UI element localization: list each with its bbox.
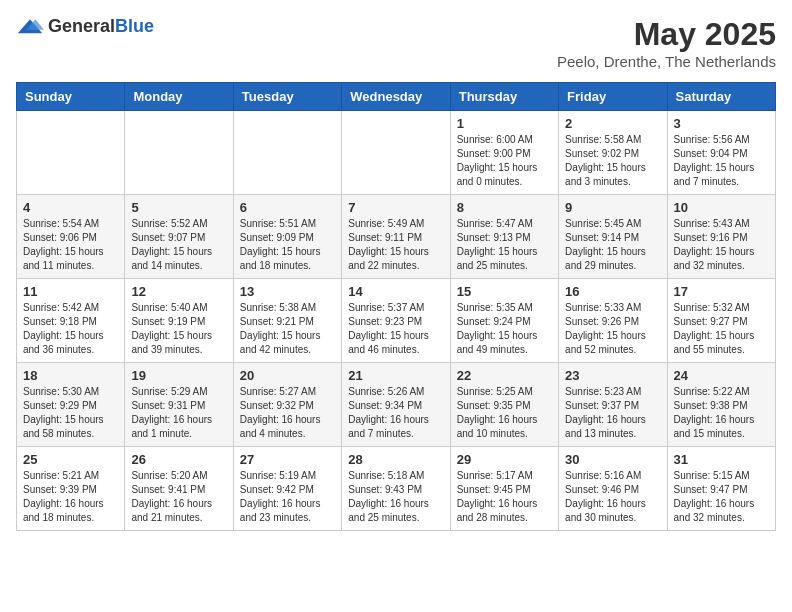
day-number: 29 [457,452,552,467]
week-row-1: 1Sunrise: 6:00 AM Sunset: 9:00 PM Daylig… [17,111,776,195]
day-info: Sunrise: 5:43 AM Sunset: 9:16 PM Dayligh… [674,217,769,273]
day-number: 30 [565,452,660,467]
calendar-cell: 1Sunrise: 6:00 AM Sunset: 9:00 PM Daylig… [450,111,558,195]
calendar-cell: 19Sunrise: 5:29 AM Sunset: 9:31 PM Dayli… [125,363,233,447]
calendar-cell [125,111,233,195]
day-info: Sunrise: 5:25 AM Sunset: 9:35 PM Dayligh… [457,385,552,441]
weekday-header-row: SundayMondayTuesdayWednesdayThursdayFrid… [17,83,776,111]
day-info: Sunrise: 5:54 AM Sunset: 9:06 PM Dayligh… [23,217,118,273]
weekday-header-saturday: Saturday [667,83,775,111]
calendar-cell: 23Sunrise: 5:23 AM Sunset: 9:37 PM Dayli… [559,363,667,447]
day-number: 14 [348,284,443,299]
calendar-cell: 15Sunrise: 5:35 AM Sunset: 9:24 PM Dayli… [450,279,558,363]
day-info: Sunrise: 5:33 AM Sunset: 9:26 PM Dayligh… [565,301,660,357]
day-info: Sunrise: 5:52 AM Sunset: 9:07 PM Dayligh… [131,217,226,273]
week-row-2: 4Sunrise: 5:54 AM Sunset: 9:06 PM Daylig… [17,195,776,279]
week-row-5: 25Sunrise: 5:21 AM Sunset: 9:39 PM Dayli… [17,447,776,531]
page-header: GeneralBlue May 2025 Peelo, Drenthe, The… [16,16,776,70]
day-number: 11 [23,284,118,299]
day-number: 4 [23,200,118,215]
calendar-cell: 20Sunrise: 5:27 AM Sunset: 9:32 PM Dayli… [233,363,341,447]
calendar-cell: 14Sunrise: 5:37 AM Sunset: 9:23 PM Dayli… [342,279,450,363]
calendar-cell: 11Sunrise: 5:42 AM Sunset: 9:18 PM Dayli… [17,279,125,363]
calendar-cell: 8Sunrise: 5:47 AM Sunset: 9:13 PM Daylig… [450,195,558,279]
day-info: Sunrise: 5:30 AM Sunset: 9:29 PM Dayligh… [23,385,118,441]
day-number: 31 [674,452,769,467]
calendar-cell: 31Sunrise: 5:15 AM Sunset: 9:47 PM Dayli… [667,447,775,531]
week-row-4: 18Sunrise: 5:30 AM Sunset: 9:29 PM Dayli… [17,363,776,447]
weekday-header-tuesday: Tuesday [233,83,341,111]
calendar-cell: 22Sunrise: 5:25 AM Sunset: 9:35 PM Dayli… [450,363,558,447]
title-block: May 2025 Peelo, Drenthe, The Netherlands [557,16,776,70]
calendar-cell: 13Sunrise: 5:38 AM Sunset: 9:21 PM Dayli… [233,279,341,363]
day-number: 12 [131,284,226,299]
calendar-cell: 10Sunrise: 5:43 AM Sunset: 9:16 PM Dayli… [667,195,775,279]
calendar-cell: 9Sunrise: 5:45 AM Sunset: 9:14 PM Daylig… [559,195,667,279]
day-info: Sunrise: 5:51 AM Sunset: 9:09 PM Dayligh… [240,217,335,273]
calendar-cell: 3Sunrise: 5:56 AM Sunset: 9:04 PM Daylig… [667,111,775,195]
weekday-header-sunday: Sunday [17,83,125,111]
day-number: 6 [240,200,335,215]
day-info: Sunrise: 5:45 AM Sunset: 9:14 PM Dayligh… [565,217,660,273]
calendar-cell: 25Sunrise: 5:21 AM Sunset: 9:39 PM Dayli… [17,447,125,531]
day-number: 24 [674,368,769,383]
day-info: Sunrise: 5:42 AM Sunset: 9:18 PM Dayligh… [23,301,118,357]
day-number: 21 [348,368,443,383]
logo-blue-text: Blue [115,16,154,36]
calendar-cell [233,111,341,195]
day-info: Sunrise: 5:47 AM Sunset: 9:13 PM Dayligh… [457,217,552,273]
calendar-cell: 7Sunrise: 5:49 AM Sunset: 9:11 PM Daylig… [342,195,450,279]
day-number: 19 [131,368,226,383]
day-number: 3 [674,116,769,131]
day-info: Sunrise: 5:37 AM Sunset: 9:23 PM Dayligh… [348,301,443,357]
day-info: Sunrise: 5:17 AM Sunset: 9:45 PM Dayligh… [457,469,552,525]
day-number: 8 [457,200,552,215]
day-info: Sunrise: 5:26 AM Sunset: 9:34 PM Dayligh… [348,385,443,441]
day-info: Sunrise: 5:49 AM Sunset: 9:11 PM Dayligh… [348,217,443,273]
day-number: 9 [565,200,660,215]
day-info: Sunrise: 5:18 AM Sunset: 9:43 PM Dayligh… [348,469,443,525]
calendar-table: SundayMondayTuesdayWednesdayThursdayFrid… [16,82,776,531]
calendar-cell: 12Sunrise: 5:40 AM Sunset: 9:19 PM Dayli… [125,279,233,363]
day-number: 20 [240,368,335,383]
day-info: Sunrise: 6:00 AM Sunset: 9:00 PM Dayligh… [457,133,552,189]
calendar-cell: 16Sunrise: 5:33 AM Sunset: 9:26 PM Dayli… [559,279,667,363]
day-number: 15 [457,284,552,299]
day-info: Sunrise: 5:35 AM Sunset: 9:24 PM Dayligh… [457,301,552,357]
calendar-cell: 24Sunrise: 5:22 AM Sunset: 9:38 PM Dayli… [667,363,775,447]
calendar-cell: 4Sunrise: 5:54 AM Sunset: 9:06 PM Daylig… [17,195,125,279]
logo: GeneralBlue [16,16,154,37]
logo-icon [16,17,44,37]
day-info: Sunrise: 5:38 AM Sunset: 9:21 PM Dayligh… [240,301,335,357]
day-info: Sunrise: 5:40 AM Sunset: 9:19 PM Dayligh… [131,301,226,357]
calendar-cell: 30Sunrise: 5:16 AM Sunset: 9:46 PM Dayli… [559,447,667,531]
day-number: 18 [23,368,118,383]
day-number: 2 [565,116,660,131]
calendar-cell: 28Sunrise: 5:18 AM Sunset: 9:43 PM Dayli… [342,447,450,531]
day-info: Sunrise: 5:16 AM Sunset: 9:46 PM Dayligh… [565,469,660,525]
day-number: 13 [240,284,335,299]
day-info: Sunrise: 5:56 AM Sunset: 9:04 PM Dayligh… [674,133,769,189]
calendar-cell: 17Sunrise: 5:32 AM Sunset: 9:27 PM Dayli… [667,279,775,363]
day-info: Sunrise: 5:58 AM Sunset: 9:02 PM Dayligh… [565,133,660,189]
weekday-header-friday: Friday [559,83,667,111]
month-title: May 2025 [557,16,776,53]
logo-general-text: General [48,16,115,36]
day-info: Sunrise: 5:22 AM Sunset: 9:38 PM Dayligh… [674,385,769,441]
day-info: Sunrise: 5:21 AM Sunset: 9:39 PM Dayligh… [23,469,118,525]
day-number: 1 [457,116,552,131]
day-info: Sunrise: 5:19 AM Sunset: 9:42 PM Dayligh… [240,469,335,525]
calendar-cell: 2Sunrise: 5:58 AM Sunset: 9:02 PM Daylig… [559,111,667,195]
calendar-cell: 27Sunrise: 5:19 AM Sunset: 9:42 PM Dayli… [233,447,341,531]
calendar-cell [17,111,125,195]
day-number: 28 [348,452,443,467]
location-title: Peelo, Drenthe, The Netherlands [557,53,776,70]
week-row-3: 11Sunrise: 5:42 AM Sunset: 9:18 PM Dayli… [17,279,776,363]
day-number: 27 [240,452,335,467]
weekday-header-thursday: Thursday [450,83,558,111]
day-info: Sunrise: 5:20 AM Sunset: 9:41 PM Dayligh… [131,469,226,525]
day-number: 22 [457,368,552,383]
day-number: 10 [674,200,769,215]
calendar-cell: 21Sunrise: 5:26 AM Sunset: 9:34 PM Dayli… [342,363,450,447]
day-number: 25 [23,452,118,467]
